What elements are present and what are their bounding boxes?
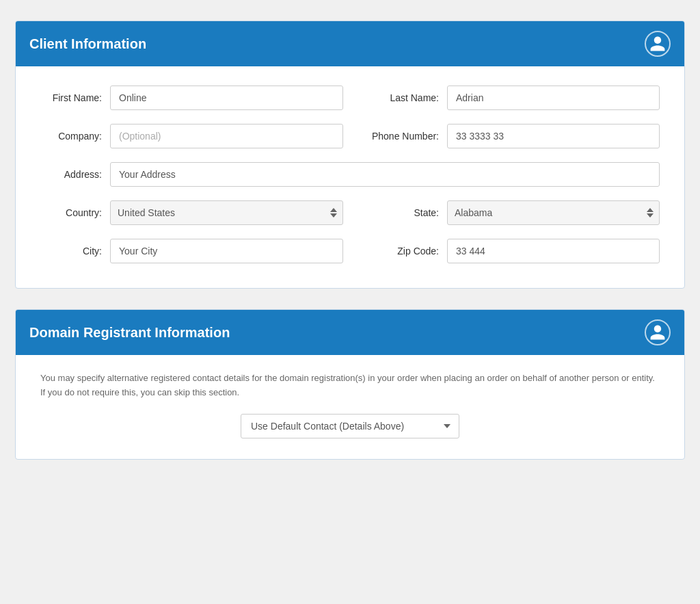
zip-label: Zip Code: bbox=[357, 246, 439, 257]
zip-group: Zip Code: bbox=[357, 239, 660, 263]
address-input[interactable] bbox=[110, 162, 660, 187]
zip-input[interactable] bbox=[447, 239, 660, 263]
domain-registrant-body: You may specify alternative registered c… bbox=[16, 355, 684, 459]
city-zip-row: City: Zip Code: bbox=[40, 239, 660, 263]
domain-description: You may specify alternative registered c… bbox=[40, 371, 660, 400]
city-input[interactable] bbox=[110, 239, 343, 263]
state-label: State: bbox=[357, 207, 439, 218]
phone-group: Phone Number: bbox=[357, 124, 660, 148]
country-select[interactable]: United States Canada United Kingdom bbox=[110, 200, 343, 225]
first-name-label: First Name: bbox=[40, 92, 102, 103]
domain-select-wrapper: Use Default Contact (Details Above) Spec… bbox=[40, 414, 660, 438]
last-name-group: Last Name: bbox=[357, 86, 660, 110]
city-group: City: bbox=[40, 239, 343, 263]
name-row: First Name: Last Name: bbox=[40, 86, 660, 110]
country-label: Country: bbox=[40, 207, 102, 218]
address-label: Address: bbox=[40, 169, 102, 180]
domain-avatar-icon bbox=[645, 319, 671, 345]
domain-registrant-title: Domain Registrant Information bbox=[29, 325, 230, 341]
country-state-row: Country: United States Canada United Kin… bbox=[40, 200, 660, 225]
state-select[interactable]: Alabama Alaska Arizona California bbox=[447, 200, 660, 225]
address-row: Address: bbox=[40, 162, 660, 187]
last-name-input[interactable] bbox=[447, 86, 660, 110]
city-label: City: bbox=[40, 246, 102, 257]
domain-registrant-header: Domain Registrant Information bbox=[16, 310, 684, 355]
country-group: Country: United States Canada United Kin… bbox=[40, 200, 343, 225]
company-group: Company: bbox=[40, 124, 343, 148]
first-name-input[interactable] bbox=[110, 86, 343, 110]
client-info-header: Client Information bbox=[16, 21, 684, 66]
first-name-group: First Name: bbox=[40, 86, 343, 110]
company-input[interactable] bbox=[110, 124, 343, 148]
phone-label: Phone Number: bbox=[357, 131, 439, 142]
client-info-body: First Name: Last Name: Company: Phone Nu… bbox=[16, 66, 684, 288]
domain-registrant-card: Domain Registrant Information You may sp… bbox=[15, 309, 685, 460]
state-group: State: Alabama Alaska Arizona California bbox=[357, 200, 660, 225]
client-info-card: Client Information First Name: Last Name… bbox=[15, 21, 685, 289]
client-avatar-icon bbox=[645, 31, 671, 57]
last-name-label: Last Name: bbox=[357, 92, 439, 103]
phone-input[interactable] bbox=[447, 124, 660, 148]
company-label: Company: bbox=[40, 131, 102, 142]
domain-contact-select[interactable]: Use Default Contact (Details Above) Spec… bbox=[241, 414, 459, 438]
client-info-title: Client Information bbox=[29, 36, 146, 52]
company-phone-row: Company: Phone Number: bbox=[40, 124, 660, 148]
